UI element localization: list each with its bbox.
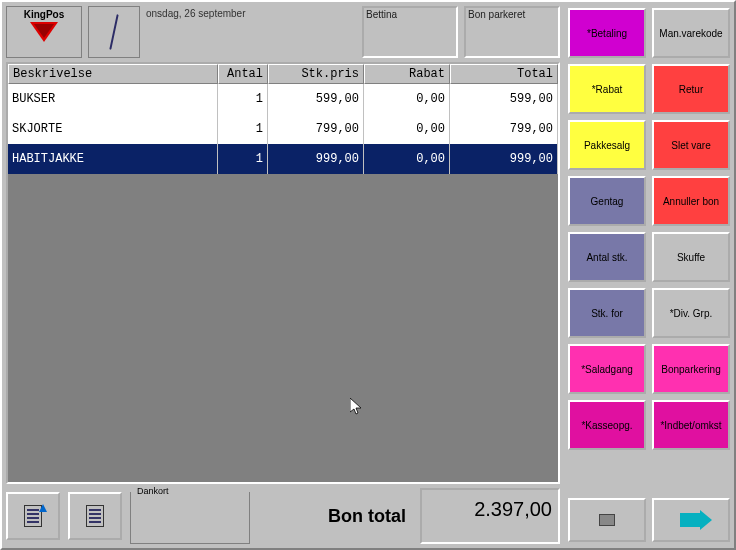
pos-button--div-grp-[interactable]: *Div. Grp. — [652, 288, 730, 338]
cell-desc: HABITJAKKE — [8, 144, 218, 174]
cell-price: 599,00 — [268, 84, 364, 114]
table-row[interactable]: SKJORTE1799,000,00799,00 — [8, 114, 558, 144]
table-row[interactable]: HABITJAKKE1999,000,00999,00 — [8, 144, 558, 174]
button-row: *SaladgangBonparkering — [568, 344, 730, 394]
button-row: *RabatRetur — [568, 64, 730, 114]
user-field: Bettina — [362, 6, 458, 58]
pos-button-antal-stk-[interactable]: Antal stk. — [568, 232, 646, 282]
table-header: Beskrivelse Antal Stk.pris Rabat Total — [8, 64, 558, 84]
pos-button-retur[interactable]: Retur — [652, 64, 730, 114]
pos-button-stk-for[interactable]: Stk. for — [568, 288, 646, 338]
col-price: Stk.pris — [268, 64, 364, 84]
pos-button-bonparkering[interactable]: Bonparkering — [652, 344, 730, 394]
table-row[interactable]: BUKSER1599,000,00599,00 — [8, 84, 558, 114]
left-pane: KingPos onsdag, 26 september Bettina Bon… — [2, 2, 564, 548]
right-button-panel: *BetalingMan.varekode*RabatReturPakkesal… — [564, 2, 734, 548]
pos-button--betaling[interactable]: *Betaling — [568, 8, 646, 58]
signature-box — [88, 6, 140, 58]
cell-desc: BUKSER — [8, 84, 218, 114]
table-body: BUKSER1599,000,00599,00SKJORTE1799,000,0… — [8, 84, 558, 174]
payment-group — [130, 492, 250, 544]
total-label: Bon total — [258, 488, 412, 544]
cell-desc: SKJORTE — [8, 114, 218, 144]
document-icon — [86, 505, 104, 527]
total-value: 2.397,00 — [420, 488, 560, 544]
col-desc: Beskrivelse — [8, 64, 218, 84]
cell-total: 799,00 — [450, 114, 558, 144]
cell-rabat: 0,00 — [364, 114, 450, 144]
document-icon — [24, 505, 42, 527]
pos-button--kasseopg-[interactable]: *Kasseopg. — [568, 400, 646, 450]
cell-price: 999,00 — [268, 144, 364, 174]
app-name: KingPos — [24, 9, 65, 20]
button-row: Antal stk.Skuffe — [568, 232, 730, 282]
bottom-icon-row — [568, 498, 730, 542]
status-label: Bon parkeret — [466, 8, 558, 21]
pos-button-skuffe[interactable]: Skuffe — [652, 232, 730, 282]
col-rabat: Rabat — [364, 64, 450, 84]
pos-window: KingPos onsdag, 26 september Bettina Bon… — [0, 0, 736, 550]
cell-price: 799,00 — [268, 114, 364, 144]
logo-triangle-icon — [30, 22, 58, 42]
button-row: *Kasseopg.*Indbet/omkst — [568, 400, 730, 450]
top-bar: KingPos onsdag, 26 september Bettina Bon… — [6, 6, 560, 58]
pos-button-pakkesalg[interactable]: Pakkesalg — [568, 120, 646, 170]
pos-button-annuller-bon[interactable]: Annuller bon — [652, 176, 730, 226]
cell-rabat: 0,00 — [364, 144, 450, 174]
pos-button-gentag[interactable]: Gentag — [568, 176, 646, 226]
receipt-icon — [599, 514, 615, 526]
pos-button-slet-vare[interactable]: Slet vare — [652, 120, 730, 170]
cell-rabat: 0,00 — [364, 84, 450, 114]
col-qty: Antal — [218, 64, 268, 84]
bottom-bar: Bon total 2.397,00 — [6, 488, 560, 544]
signature-icon — [109, 14, 118, 50]
date-text: onsdag, 26 september — [146, 8, 356, 19]
proceed-button[interactable] — [652, 498, 730, 542]
line-items-table: Beskrivelse Antal Stk.pris Rabat Total B… — [6, 62, 560, 484]
cell-total: 599,00 — [450, 84, 558, 114]
logo: KingPos — [6, 6, 82, 58]
pos-button--rabat[interactable]: *Rabat — [568, 64, 646, 114]
receipt-up-button[interactable] — [6, 492, 60, 540]
button-row: GentagAnnuller bon — [568, 176, 730, 226]
col-total: Total — [450, 64, 558, 84]
cell-qty: 1 — [218, 84, 268, 114]
button-row: Stk. for*Div. Grp. — [568, 288, 730, 338]
button-row: *BetalingMan.varekode — [568, 8, 730, 58]
cell-qty: 1 — [218, 144, 268, 174]
arrow-right-icon — [680, 513, 702, 527]
date-area: onsdag, 26 september — [146, 6, 356, 58]
pos-button--indbet-omkst[interactable]: *Indbet/omkst — [652, 400, 730, 450]
user-label: Bettina — [364, 8, 456, 21]
cell-qty: 1 — [218, 114, 268, 144]
pos-button--saladgang[interactable]: *Saladgang — [568, 344, 646, 394]
button-row: PakkesalgSlet vare — [568, 120, 730, 170]
receipt-button[interactable] — [68, 492, 122, 540]
receipt-icon-button[interactable] — [568, 498, 646, 542]
status-field: Bon parkeret — [464, 6, 560, 58]
cell-total: 999,00 — [450, 144, 558, 174]
pos-button-man-varekode[interactable]: Man.varekode — [652, 8, 730, 58]
